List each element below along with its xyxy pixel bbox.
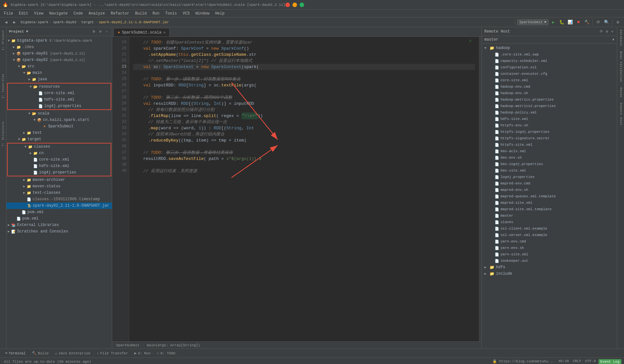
include-arrow[interactable]: ▶ [484,272,490,276]
tree-item-target[interactable]: ▼ 📁 target [6,136,112,143]
maven-arch-arrow[interactable]: ▶ [22,178,26,182]
status-charset[interactable]: UTF-8 [584,359,597,364]
target-arrow[interactable]: ▼ [17,138,21,141]
menu-build[interactable]: Build [133,11,149,16]
remote-item-httpfs-log4j[interactable]: 📄 httpfs-log4j.properties [482,129,617,135]
menu-window[interactable]: Window [193,11,212,16]
tree-item-idea[interactable]: ▶ 📁 .idea [6,44,112,50]
menu-help[interactable]: Help [213,11,227,16]
tree-item-test[interactable]: ▶ 📁 test [6,130,112,136]
remote-item-hdfs-folder[interactable]: ▶ 📁 hdfs [482,264,617,271]
bottom-tab-todo[interactable]: ✓ 6: TODO [154,350,178,356]
tree-item-src[interactable]: ▼ 📂 src [6,63,112,70]
tree-item-main[interactable]: ▼ 📂 main [6,70,112,76]
remote-item-mapred-env-cmd[interactable]: 📄 mapred-env.cmd [482,180,617,187]
bc-bigdata-spark[interactable]: bigdata-spark [21,20,48,24]
pkg-arrow[interactable]: ▼ [32,118,37,122]
remote-item-hadoop-env-sh[interactable]: 📄 hadoop-env.sh [482,90,617,96]
favorites-icon[interactable]: 2: Favorites [2,74,5,98]
resources-arrow[interactable]: ▼ [28,85,33,89]
menu-analyze[interactable]: Analyze [86,11,107,16]
menu-vcs[interactable]: VCS [180,11,193,16]
remote-item-ssl-server[interactable]: 📄 ssl-server.xml.example [482,232,617,238]
tree-item-spark-day02[interactable]: ▼ 📦 spark-day02 [spark-day02_2.11] [6,57,112,63]
editor-scrollbar[interactable] [479,37,481,341]
remote-item-capacity-sched[interactable]: 📄 capacity-scheduler.xml [482,58,617,64]
remote-item-core-site-swp[interactable]: 📄 .core-site.xml.swp [482,51,617,58]
cn-arrow[interactable]: ▶ [28,151,33,155]
menu-edit[interactable]: Edit [16,11,31,16]
remote-item-container-cfg[interactable]: 📄 container-executor.cfg [482,71,617,77]
remote-item-mapred-site[interactable]: 📄 mapred-site.xml [482,200,617,206]
remote-item-include-folder[interactable]: ▶ 📁 include [482,271,617,277]
menu-tools[interactable]: Tools [163,11,180,16]
menu-view[interactable]: View [32,11,46,16]
hadoop-expand-arrow[interactable]: ▼ [484,46,490,50]
tree-item-core-site-1[interactable]: ▶ 📄 core-site.xml [8,90,111,96]
remote-settings-btn[interactable]: ⚙ [605,29,609,34]
src-arrow[interactable]: ▼ [17,65,21,68]
editor-tab-sparksubmit[interactable]: ● SparkSubmit.scala ✕ [114,28,170,36]
main-arrow[interactable]: ▼ [22,71,26,75]
tree-item-scratches[interactable]: ▶ 📝 Scratches and Consoles [6,228,112,235]
tree-item-maven-status[interactable]: ▶ 📁 maven-status [6,183,112,190]
debug-btn[interactable]: 🐛 [558,19,565,26]
scala-arrow[interactable]: ▼ [27,112,32,115]
scope-btn[interactable]: ⊞ [91,29,96,34]
remote-item-yarn-env-cmd[interactable]: 📄 yarn-env.cmd [482,238,617,245]
bc-spark-day02[interactable]: spark-day02 [53,20,76,24]
database-icon[interactable]: Database [619,30,622,46]
remote-item-mapred-env-sh[interactable]: 📄 mapred-env.sh [482,187,617,193]
bottom-tab-terminal[interactable]: ⌨ Terminal [3,350,28,356]
forward-btn[interactable]: ▶ [11,19,18,26]
menu-code[interactable]: Code [71,11,85,16]
remote-item-master[interactable]: 📄 master [482,212,617,219]
tree-item-scala[interactable]: ▼ 📂 scala [6,110,112,117]
menu-navigate[interactable]: Navigate [46,11,70,16]
remote-item-log4j-remote[interactable]: 📄 log4j.properties [482,174,617,180]
tree-item-cn[interactable]: ▶ 📁 cn [8,150,111,156]
maven-icon[interactable]: Maven [619,87,622,98]
maximize-btn[interactable] [300,3,304,7]
remote-item-hadoop-env-cmd[interactable]: 📄 hadoop-env.cmd [482,84,617,90]
remote-item-ssl-client[interactable]: 📄 ssl-client.xml.example [482,225,617,232]
remote-item-kms-log4j[interactable]: 📄 kms-log4j.properties [482,161,617,167]
editor-content[interactable]: ✓ 19 20 21 22 23 24 25 26 27 28 29 30 31… [112,37,481,341]
tree-item-sparksubmit[interactable]: ▶ ● SparkSubmit [6,123,112,130]
spark-day02-arrow[interactable]: ▼ [12,58,16,62]
remote-host-side-icon[interactable]: Remote Host [619,103,622,125]
remote-refresh-btn[interactable]: ⟳ [599,29,604,34]
coverage-btn[interactable]: 📊 [567,19,574,26]
project-icon[interactable]: 1: Project [2,30,5,50]
remote-item-yarn-env-sh[interactable]: 📄 yarn-env.sh [482,245,617,251]
tree-item-spark-day01[interactable]: ▶ 📦 spark-day01 [spark-day01_2.11] [6,50,112,57]
remote-item-hdfs-site[interactable]: 📄 hdfs-site.xml [482,116,617,122]
bottom-tab-run[interactable]: ▶ 4: Run [132,350,153,356]
hide-btn[interactable]: — [104,29,109,34]
tree-item-resources[interactable]: ▼ 📂 resources [8,84,111,90]
remote-item-kms-acls[interactable]: 📄 kms-acls.xml [482,148,617,154]
spark-day01-arrow[interactable]: ▶ [12,52,16,55]
bean-validation-icon[interactable]: Bean Validation [619,51,622,82]
tree-item-pom-2[interactable]: ▶ 📄 pom.xml [6,215,112,222]
tree-item-hdfs-site-2[interactable]: ▶ 📄 hdfs-site.xml [8,163,111,169]
expand-arrow[interactable]: ▼ [6,39,11,43]
tree-item-pom-1[interactable]: ▶ 📄 pom.xml [6,209,112,215]
remote-item-core-site-xml[interactable]: 📄 core-site.xml [482,77,617,84]
test-cls-arrow[interactable]: ▶ [22,191,26,195]
tree-item-core-site-2[interactable]: ▶ 📄 core-site.xml [8,156,111,163]
ext-libs-arrow[interactable]: ▶ [6,223,11,227]
tree-item-java[interactable]: ▶ 📁 java [6,76,112,83]
remote-item-hadoop-folder[interactable]: ▼ 📁 hadoop [482,45,617,51]
tree-item-package[interactable]: ▼ 📦 cn.kaizi.spark.start [6,117,112,123]
tree-item-bigdata-spark[interactable]: ▼ 📁 bigdata-spark E:\Spark\bigdata-spark [6,37,112,44]
remote-item-hadoop-metrics[interactable]: 📄 hadoop-metrics.properties [482,96,617,103]
java-arrow[interactable]: ▶ [27,77,32,81]
gear-icon[interactable]: ⚙ [98,29,103,34]
scratches-arrow[interactable]: ▶ [6,230,11,233]
hdfs-arrow[interactable]: ▶ [484,265,490,269]
bc-jar[interactable]: spark-day02_2.11-1.0-SNAPSHOT.jar [99,20,169,24]
idea-arrow[interactable]: ▶ [12,45,16,49]
tree-item-external-libs[interactable]: ▶ 📚 External Libraries [6,222,112,228]
run-btn[interactable]: ▶ [550,19,557,26]
